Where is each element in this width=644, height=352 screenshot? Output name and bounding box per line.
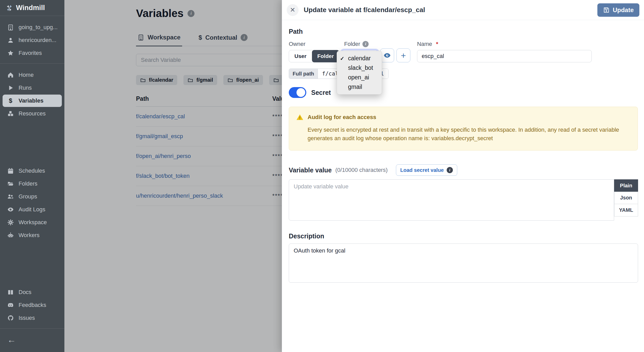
github-icon: [7, 315, 14, 321]
add-folder-button[interactable]: +: [396, 48, 410, 62]
variable-value-editor: Plain Json YAML: [289, 179, 638, 221]
dropdown-option-label: open_ai: [348, 74, 369, 81]
star-icon: [7, 50, 14, 56]
check-icon: ✓: [340, 55, 348, 62]
load-secret-value-button[interactable]: Load secret value i: [396, 164, 457, 176]
dollar-icon: $: [7, 97, 14, 104]
sidebar-links-group: Docs Feedbacks Issues: [0, 281, 64, 328]
dropdown-option-label: slack_bot: [348, 64, 373, 71]
sidebar-item-groups[interactable]: Groups: [3, 190, 62, 203]
update-variable-drawer: ✕ Update variable at f/calendar/escp_cal…: [282, 0, 644, 352]
sidebar-item-label: Home: [19, 72, 34, 78]
dropdown-option-open-ai[interactable]: open_ai: [337, 73, 382, 82]
format-tab-json[interactable]: Json: [614, 192, 638, 204]
description-textarea[interactable]: OAuth token for gcal: [289, 244, 638, 283]
format-tab-plain[interactable]: Plain: [614, 179, 638, 192]
account-label: henricourden...: [19, 37, 56, 44]
drawer-header: ✕ Update variable at f/calendar/escp_cal…: [282, 0, 644, 20]
sidebar-item-docs[interactable]: Docs: [3, 286, 62, 298]
variable-value-section: Variable value (0/10000 characters) Load…: [289, 164, 638, 221]
folder-label: Folder: [344, 41, 360, 47]
drawer-body: Path Owner User Folder Folder i +: [282, 20, 644, 283]
owner-folder-option[interactable]: Folder: [312, 50, 339, 62]
warning-icon: [296, 114, 303, 121]
sidebar-item-runs[interactable]: Runs: [3, 82, 62, 94]
folder-open-icon: [7, 180, 14, 187]
folder-dropdown-menu: ✓ calendar slack_bot open_ai gmail: [337, 51, 382, 95]
sidebar-item-variables[interactable]: $ Variables: [3, 95, 62, 107]
toggle-knob: [296, 88, 305, 97]
sidebar-item-label: Groups: [19, 193, 37, 200]
plus-icon: +: [401, 51, 406, 61]
sidebar-item-issues[interactable]: Issues: [3, 312, 62, 324]
eye-icon: [383, 52, 391, 59]
drawer-backdrop[interactable]: [64, 0, 282, 352]
warning-body: Every secret is encrypted at rest and in…: [308, 125, 630, 143]
discord-icon: [7, 302, 14, 308]
dropdown-option-slack-bot[interactable]: slack_bot: [337, 63, 382, 73]
sidebar-item-feedbacks[interactable]: Feedbacks: [3, 299, 62, 311]
close-drawer-button[interactable]: ✕: [287, 4, 299, 16]
warning-title: Audit log for each access: [308, 114, 376, 121]
update-button[interactable]: Update: [597, 3, 639, 17]
dropdown-option-label: gmail: [348, 83, 362, 90]
eye-icon: [7, 206, 14, 213]
preview-folder-button[interactable]: [380, 48, 394, 62]
variable-value-heading: Variable value: [289, 166, 332, 174]
sidebar-nav-group: Home Runs $ Variables Resources: [0, 64, 64, 124]
sidebar-item-workspace-settings[interactable]: Workspace: [3, 216, 62, 229]
sidebar: Windmill going_to_upg... henricourden...…: [0, 0, 64, 352]
variable-value-textarea[interactable]: [289, 179, 614, 221]
sidebar-item-label: Folders: [19, 180, 37, 187]
sidebar-item-workers[interactable]: Workers: [3, 229, 62, 241]
calendar-icon: [7, 167, 14, 174]
sidebar-spacer: [0, 246, 64, 281]
sidebar-item-label: Docs: [19, 289, 31, 296]
play-icon: [7, 85, 14, 91]
path-section-heading: Path: [289, 28, 638, 35]
brand[interactable]: Windmill: [0, 0, 64, 16]
sidebar-item-home[interactable]: Home: [3, 69, 62, 81]
gear-icon: [7, 219, 14, 226]
info-icon: i: [447, 167, 453, 173]
sidebar-item-label: Schedules: [19, 167, 45, 174]
workspace-switcher-label: going_to_upg...: [19, 24, 58, 31]
sidebar-item-label: Workers: [19, 232, 40, 239]
favorites-label: Favorites: [19, 50, 42, 56]
update-button-label: Update: [613, 6, 634, 14]
sidebar-item-label: Issues: [19, 315, 35, 321]
sidebar-footer: ←: [0, 329, 64, 352]
save-icon: [603, 7, 610, 13]
sidebar-item-folders[interactable]: Folders: [3, 178, 62, 190]
sidebar-spacer: [0, 124, 64, 160]
book-icon: [7, 289, 14, 296]
path-editor-row: Owner User Folder Folder i +: [289, 40, 638, 62]
cubes-icon: [7, 110, 14, 117]
name-column: Name *: [417, 40, 592, 62]
sidebar-item-label: Feedbacks: [19, 302, 46, 308]
warning-title-row: Audit log for each access: [296, 114, 630, 121]
info-icon[interactable]: i: [362, 41, 369, 47]
sidebar-item-label: Audit Logs: [19, 206, 45, 213]
full-path-label: Full path: [289, 69, 318, 79]
collapse-sidebar-button[interactable]: ←: [3, 333, 21, 347]
sidebar-item-workspace-switcher[interactable]: going_to_upg...: [3, 21, 62, 33]
description-section: Description OAuth token for gcal: [289, 232, 638, 283]
sidebar-item-account[interactable]: henricourden...: [3, 34, 62, 46]
required-asterisk: *: [436, 41, 438, 47]
owner-user-option[interactable]: User: [289, 50, 312, 62]
variable-name-input[interactable]: [417, 50, 592, 62]
drawer-title: Update variable at f/calendar/escp_cal: [304, 6, 597, 14]
dropdown-option-gmail[interactable]: gmail: [337, 82, 382, 92]
dropdown-option-calendar[interactable]: ✓ calendar: [337, 54, 382, 63]
close-icon: ✕: [290, 6, 295, 14]
format-tab-yaml[interactable]: YAML: [614, 204, 638, 216]
sidebar-item-resources[interactable]: Resources: [3, 107, 62, 120]
sidebar-item-favorites[interactable]: Favorites: [3, 47, 62, 59]
sidebar-item-schedules[interactable]: Schedules: [3, 165, 62, 177]
home-icon: [7, 72, 14, 78]
windmill-logo-icon: [6, 4, 13, 12]
sidebar-item-label: Resources: [19, 110, 46, 117]
sidebar-item-audit-logs[interactable]: Audit Logs: [3, 203, 62, 216]
secret-toggle[interactable]: [289, 87, 306, 98]
